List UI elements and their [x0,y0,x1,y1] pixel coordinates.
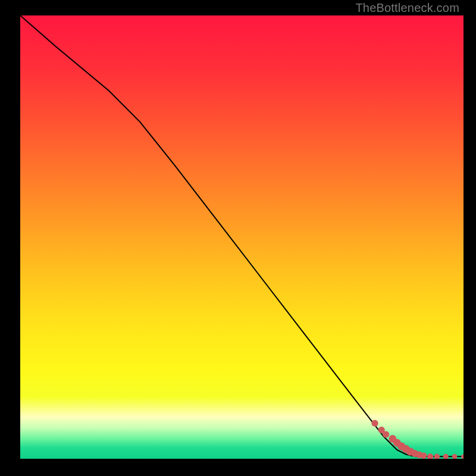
gradient-background [20,15,464,459]
chart-frame: TheBottleneck.com [0,0,476,476]
data-marker [371,420,378,427]
plot-area [20,15,464,459]
attribution-text: TheBottleneck.com [355,1,459,15]
data-marker [421,452,427,459]
chart-svg [20,15,464,459]
data-marker [383,431,389,437]
